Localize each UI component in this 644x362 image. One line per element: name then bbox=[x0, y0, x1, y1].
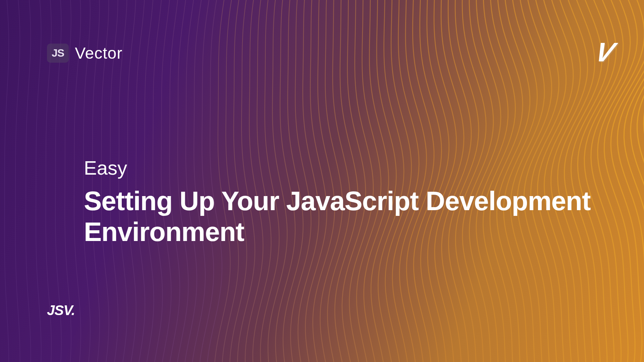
logo-top: JS Vector bbox=[47, 44, 597, 63]
v-corner-icon: V bbox=[592, 37, 618, 68]
footer-logo: JSV. bbox=[47, 302, 75, 318]
main-content: Easy Setting Up Your JavaScript Developm… bbox=[84, 157, 597, 247]
difficulty-label: Easy bbox=[84, 157, 597, 179]
page-title: Setting Up Your JavaScript Development E… bbox=[84, 186, 597, 247]
js-badge: JS bbox=[47, 44, 69, 63]
brand-text: Vector bbox=[75, 44, 122, 62]
